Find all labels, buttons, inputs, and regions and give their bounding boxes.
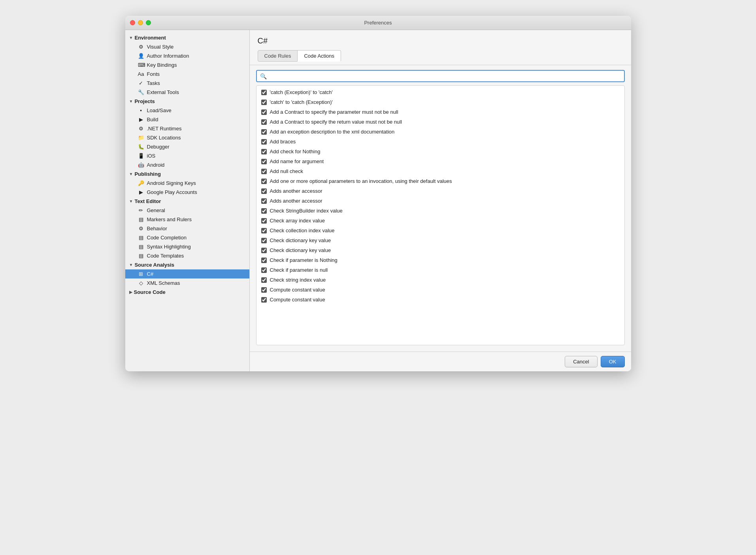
sidebar-item-csharp[interactable]: ⊞C#	[125, 269, 249, 278]
checklist-item-label[interactable]: Check dictionary key value	[270, 247, 331, 253]
checklist-item-label[interactable]: Add name for argument	[270, 158, 324, 164]
checklist-checkbox-4[interactable]	[261, 119, 267, 125]
sidebar-item-syntax-highlighting[interactable]: ▤Syntax Highlighting	[125, 242, 249, 251]
sidebar-section-projects[interactable]: ▼Projects	[125, 97, 249, 106]
maximize-button[interactable]	[146, 20, 151, 25]
item-icon: ⚙	[138, 126, 144, 132]
item-icon: ▶	[138, 189, 144, 195]
checklist-item-label[interactable]: Adds another accessor	[270, 198, 322, 204]
sidebar-item-sdk-locations[interactable]: 📁SDK Locations	[125, 133, 249, 142]
checklist-checkbox-13[interactable]	[261, 208, 267, 214]
sidebar-item-fonts[interactable]: AaFonts	[125, 70, 249, 79]
checklist-checkbox-15[interactable]	[261, 228, 267, 233]
sidebar-section-source-code[interactable]: ▶Source Code	[125, 288, 249, 297]
checklist-checkbox-11[interactable]	[261, 188, 267, 194]
checklist-checkbox-12[interactable]	[261, 198, 267, 204]
sidebar-item-code-templates[interactable]: ▤Code Templates	[125, 251, 249, 260]
search-input[interactable]	[256, 70, 625, 82]
sidebar-item-ios[interactable]: 📱iOS	[125, 151, 249, 160]
checklist-checkbox-18[interactable]	[261, 258, 267, 263]
checklist-checkbox-19[interactable]	[261, 267, 267, 273]
sidebar-item-author-information[interactable]: 👤Author Information	[125, 51, 249, 60]
sidebar-item-label: Tasks	[147, 80, 160, 86]
sidebar-item-label: Visual Style	[147, 44, 174, 50]
sidebar-item-key-bindings[interactable]: ⌨Key Bindings	[125, 60, 249, 70]
sidebar-item-build[interactable]: ▶Build	[125, 115, 249, 124]
sidebar-item-google-play-accounts[interactable]: ▶Google Play Accounts	[125, 188, 249, 197]
cancel-button[interactable]: Cancel	[565, 356, 597, 367]
tab-code-rules[interactable]: Code Rules	[258, 50, 298, 62]
sidebar-item-debugger[interactable]: 🐛Debugger	[125, 142, 249, 151]
checklist-item-label[interactable]: Adds another accessor	[270, 188, 322, 194]
checklist-checkbox-3[interactable]	[261, 109, 267, 115]
close-button[interactable]	[130, 20, 135, 25]
sidebar-item-label: Debugger	[147, 144, 170, 150]
checklist-checkbox-9[interactable]	[261, 169, 267, 174]
checklist-checkbox-2[interactable]	[261, 100, 267, 105]
checklist-checkbox-20[interactable]	[261, 277, 267, 283]
traffic-lights	[130, 20, 151, 25]
checklist-item-label[interactable]: Check if parameter is null	[270, 267, 328, 273]
preferences-window: Preferences ▼Environment⚙Visual Style👤Au…	[125, 16, 631, 371]
sidebar-section-publishing[interactable]: ▼Publishing	[125, 169, 249, 179]
checklist-checkbox-5[interactable]	[261, 129, 267, 135]
sidebar-item-external-tools[interactable]: 🔧External Tools	[125, 88, 249, 97]
arrow-icon: ▶	[129, 290, 132, 294]
checklist-item-label[interactable]: Compute constant value	[270, 297, 325, 303]
checklist-item-label[interactable]: 'catch' to 'catch (Exception)'	[270, 99, 333, 105]
arrow-icon: ▼	[129, 263, 133, 267]
checklist-checkbox-22[interactable]	[261, 297, 267, 303]
checklist-checkbox-1[interactable]	[261, 90, 267, 95]
checklist-item: Check dictionary key value	[256, 245, 624, 255]
sidebar-section-source-analysis[interactable]: ▼Source Analysis	[125, 260, 249, 269]
window-body: ▼Environment⚙Visual Style👤Author Informa…	[125, 30, 631, 371]
checklist-item-label[interactable]: Add check for Nothing	[270, 149, 320, 154]
ok-button[interactable]: OK	[601, 356, 625, 367]
checklist-item: Compute constant value	[256, 285, 624, 295]
checklist-item-label[interactable]: Add null check	[270, 168, 304, 174]
sidebar-item-load-save[interactable]: ▪Load/Save	[125, 106, 249, 115]
item-icon: ▤	[138, 235, 144, 241]
checklist-checkbox-8[interactable]	[261, 159, 267, 164]
checklist-item-label[interactable]: Check collection index value	[270, 228, 335, 233]
checklist-checkbox-7[interactable]	[261, 149, 267, 154]
tab-code-actions[interactable]: Code Actions	[297, 50, 341, 62]
checklist-checkbox-14[interactable]	[261, 218, 267, 224]
item-icon: 📱	[138, 153, 144, 159]
checklist-item-label[interactable]: Compute constant value	[270, 287, 325, 293]
sidebar-item-markers-rulers[interactable]: ▤Markers and Rulers	[125, 215, 249, 224]
page-title: C#	[258, 36, 623, 45]
checklist-checkbox-16[interactable]	[261, 238, 267, 243]
checklist-item-label[interactable]: Add a Contract to specify the parameter …	[270, 109, 398, 115]
checklist-item-label[interactable]: Add a Contract to specify the return val…	[270, 119, 402, 125]
sidebar-section-environment[interactable]: ▼Environment	[125, 33, 249, 42]
checklist-item-label[interactable]: Add braces	[270, 139, 296, 145]
sidebar-item-net-runtimes[interactable]: ⚙.NET Runtimes	[125, 124, 249, 133]
sidebar-item-tasks[interactable]: ✓Tasks	[125, 79, 249, 88]
checklist-checkbox-6[interactable]	[261, 139, 267, 145]
minimize-button[interactable]	[138, 20, 143, 25]
sidebar-item-label: Google Play Accounts	[147, 189, 197, 195]
checklist-checkbox-10[interactable]	[261, 179, 267, 184]
checklist-item-label[interactable]: Check dictionary key value	[270, 237, 331, 243]
checklist-checkbox-21[interactable]	[261, 287, 267, 293]
checklist-item-label[interactable]: Add an exception description to the xml …	[270, 129, 395, 135]
sidebar-item-label: Code Completion	[147, 235, 187, 241]
sidebar-item-behavior[interactable]: ⚙Behavior	[125, 224, 249, 233]
sidebar-item-general[interactable]: ✏General	[125, 206, 249, 215]
sidebar-item-xml-schemas[interactable]: ◇XML Schemas	[125, 278, 249, 288]
checklist-checkbox-17[interactable]	[261, 248, 267, 253]
sidebar-item-label: SDK Locations	[147, 135, 181, 141]
checklist-item-label[interactable]: Add one or more optional parameters to a…	[270, 178, 452, 184]
sidebar-section-text-editor[interactable]: ▼Text Editor	[125, 197, 249, 206]
sidebar-item-android-signing-keys[interactable]: 🔑Android Signing Keys	[125, 179, 249, 188]
checklist-item-label[interactable]: Check StringBuilder index value	[270, 208, 343, 214]
sidebar-item-code-completion[interactable]: ▤Code Completion	[125, 233, 249, 242]
tabs: Code RulesCode Actions	[258, 50, 623, 62]
sidebar-item-visual-style[interactable]: ⚙Visual Style	[125, 42, 249, 51]
checklist-item-label[interactable]: Check string index value	[270, 277, 326, 283]
checklist-item-label[interactable]: 'catch (Exception)' to 'catch'	[270, 89, 333, 95]
checklist-item-label[interactable]: Check if parameter is Nothing	[270, 257, 337, 263]
sidebar-item-android[interactable]: 🤖Android	[125, 160, 249, 169]
checklist-item-label[interactable]: Check array index value	[270, 218, 325, 224]
